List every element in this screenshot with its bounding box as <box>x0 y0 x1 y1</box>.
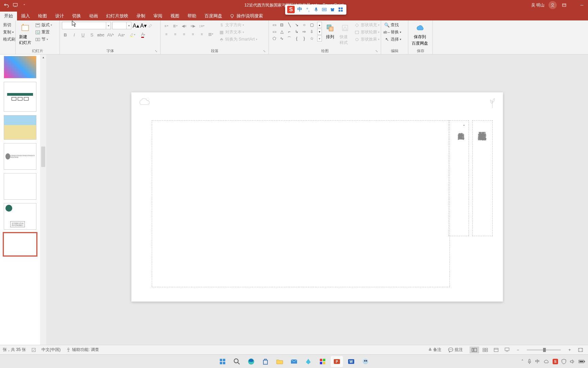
italic-button[interactable]: I <box>71 31 78 38</box>
char-spacing-button[interactable]: AV▾ <box>106 31 115 38</box>
font-size-combo[interactable]: ▾ <box>112 22 131 29</box>
paragraph-dialog-launcher[interactable]: ⤡ <box>263 49 267 53</box>
shape-oval-icon[interactable]: ○ <box>301 22 308 28</box>
replace-button[interactable]: ab↔替换▾ <box>383 29 402 35</box>
shape-star-icon[interactable]: ☆ <box>308 35 315 42</box>
shape-brace-r-icon[interactable]: } <box>301 35 308 42</box>
normal-view-button[interactable] <box>470 347 479 353</box>
tray-security-icon[interactable] <box>561 359 566 364</box>
shape-line-icon[interactable]: ╲ <box>286 22 293 28</box>
zoom-knob[interactable] <box>543 348 546 352</box>
slide-canvas[interactable]: 单击此处添加标题 •单击此处添加文本 <box>131 92 503 302</box>
tab-home[interactable]: 开始 <box>0 12 17 20</box>
shape-elbow-icon[interactable]: ⌐ <box>286 29 293 35</box>
find-button[interactable]: 🔍查找 <box>383 22 402 28</box>
arrange-button[interactable]: 排列 <box>323 22 337 41</box>
shape-arrow-line-icon[interactable]: ↘ <box>293 22 300 28</box>
grow-font-button[interactable]: A▴ <box>133 22 139 29</box>
shadow-button[interactable]: S <box>88 31 95 38</box>
smartart-button[interactable]: ⬘转换为 SmartArt▾ <box>218 36 258 43</box>
slide-thumb[interactable] <box>4 82 36 112</box>
shape-freeform-icon[interactable]: ⬠ <box>271 35 278 42</box>
align-right-button[interactable]: ≡ <box>180 31 188 37</box>
undo-icon[interactable] <box>4 3 9 7</box>
word-icon[interactable]: W <box>345 356 357 367</box>
tray-overflow-icon[interactable]: ˄ <box>521 359 524 364</box>
shape-rect-icon[interactable]: ▭ <box>271 22 278 28</box>
font-name-combo[interactable]: ▾ <box>62 22 111 29</box>
start-button[interactable] <box>216 356 229 367</box>
text-direction-button[interactable]: ⥮文字方向▾ <box>218 22 258 28</box>
tab-transitions[interactable]: 切换 <box>68 12 85 20</box>
format-painter-button[interactable]: 格式刷 <box>2 36 16 43</box>
slide-thumbnail-panel[interactable]: 文字内容文字内容文字内容文字内容文字内容文字内容 近代国际法形成与外交制度建立 <box>0 55 40 345</box>
comments-button[interactable]: 💬 批注 <box>448 347 463 353</box>
tab-view[interactable]: 视图 <box>166 12 183 20</box>
qat-more-icon[interactable]: ⁼ <box>22 3 27 7</box>
shape-effects-button[interactable]: 形状效果▾ <box>353 36 380 43</box>
tab-draw[interactable]: 绘图 <box>34 12 51 20</box>
edge-icon[interactable] <box>245 356 257 367</box>
ime-keyboard-icon[interactable] <box>321 6 327 13</box>
align-center-button[interactable]: ≡ <box>172 31 179 37</box>
slideshow-view-button[interactable] <box>502 347 512 353</box>
thumbnail-scrollbar[interactable]: ▴ <box>40 55 46 345</box>
line-spacing-button[interactable]: ↕≡▾ <box>198 22 206 29</box>
font-color-button[interactable]: A▾ <box>139 31 148 38</box>
tab-insert[interactable]: 插入 <box>17 12 34 20</box>
save-baidu-button[interactable]: 保存到 百度网盘 <box>410 22 429 47</box>
layout-button[interactable]: 版式▾ <box>34 22 53 28</box>
cut-button[interactable]: 剪切 <box>2 22 16 28</box>
explorer-icon[interactable] <box>274 356 286 367</box>
tab-slideshow[interactable]: 幻灯片放映 <box>102 12 132 20</box>
sorter-view-button[interactable] <box>480 347 490 353</box>
shape-fill-button[interactable]: 形状填充▾ <box>353 22 380 28</box>
slide-thumb[interactable] <box>4 173 36 200</box>
app3-icon[interactable] <box>359 356 372 367</box>
strike-button[interactable]: abc <box>97 31 104 38</box>
tab-record[interactable]: 录制 <box>132 12 149 20</box>
bullets-button[interactable]: ≡▾ <box>163 22 170 29</box>
copy-button[interactable]: 复制▾ <box>2 29 16 35</box>
user-avatar-icon[interactable] <box>549 1 557 9</box>
drawing-dialog-launcher[interactable]: ⤡ <box>375 49 379 53</box>
highlight-button[interactable]: ▾ <box>128 31 137 38</box>
ime-toolbox-icon[interactable] <box>338 6 344 13</box>
ime-skin-icon[interactable] <box>329 6 336 13</box>
tab-baidu[interactable]: 百度网盘 <box>200 12 226 20</box>
app2-icon[interactable] <box>316 356 329 367</box>
search-button[interactable] <box>231 356 243 367</box>
shape-elbow-arrow-icon[interactable]: ↳ <box>293 29 300 35</box>
sogou-logo-icon[interactable]: S <box>287 6 295 13</box>
tab-design[interactable]: 设计 <box>51 12 68 20</box>
slide-thumb[interactable] <box>4 56 36 78</box>
ime-toolbar[interactable]: S 中 °, <box>285 4 346 15</box>
language-status[interactable]: 中文(中国) <box>42 347 61 353</box>
indent-button[interactable]: ≡▶ <box>189 22 197 29</box>
reading-view-button[interactable] <box>491 347 501 353</box>
reset-button[interactable]: 重置 <box>34 29 53 35</box>
align-left-button[interactable]: ≡ <box>163 31 170 37</box>
tab-review[interactable]: 审阅 <box>149 12 166 20</box>
ime-punct-icon[interactable]: °, <box>305 6 311 13</box>
align-justify-button[interactable]: ≡ <box>189 31 197 37</box>
slideshow-start-icon[interactable] <box>13 3 18 7</box>
tray-battery-icon[interactable] <box>578 359 585 364</box>
shape-arrow-right-icon[interactable]: ⇨ <box>301 29 308 35</box>
scroll-up-icon[interactable]: ▴ <box>40 55 46 60</box>
numbering-button[interactable]: ≣▾ <box>172 22 179 29</box>
tab-animations[interactable]: 动画 <box>85 12 102 20</box>
slide-editor[interactable]: 单击此处添加标题 •单击此处添加文本 <box>46 55 588 345</box>
tray-onedrive-icon[interactable] <box>543 359 549 364</box>
tray-volume-icon[interactable] <box>570 359 575 364</box>
clear-format-button[interactable] <box>148 23 154 28</box>
windows-taskbar[interactable]: P W ˄ 中 S <box>0 354 588 368</box>
shape-gallery[interactable]: ▭ ⊟ ╲ ↘ ○ ▢ ▭ △ ⌐ ↳ ⇨ ⇩ ⬠ ∿ ⌒ { } <box>271 22 317 42</box>
fit-window-button[interactable] <box>576 347 585 353</box>
tray-sogou-icon[interactable]: S <box>553 359 558 364</box>
change-case-button[interactable]: Aa▾ <box>117 31 126 38</box>
notes-button[interactable]: ≜ 备注 <box>428 347 441 353</box>
zoom-slider[interactable] <box>527 349 561 351</box>
accessibility-status[interactable]: 辅助功能: 调查 <box>66 347 99 353</box>
align-text-button[interactable]: ▦对齐文本▾ <box>218 29 258 35</box>
